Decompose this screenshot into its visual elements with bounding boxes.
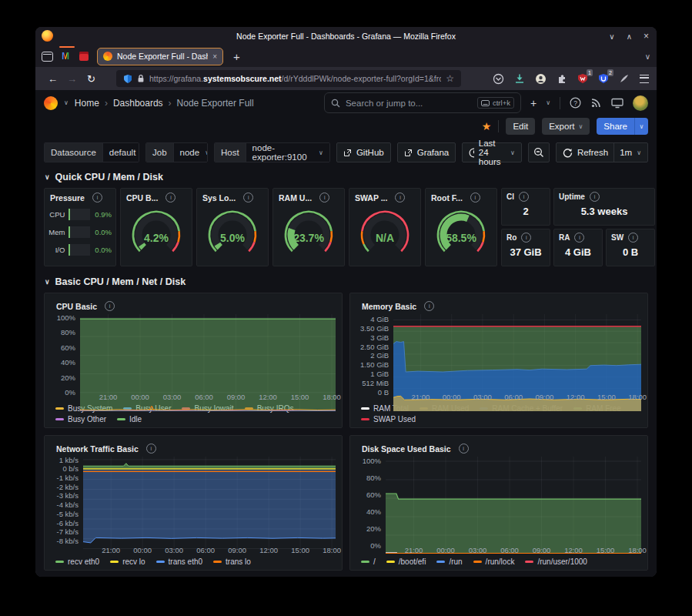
reload-button[interactable]: ↻ — [82, 73, 101, 85]
info-icon[interactable]: i — [105, 301, 115, 311]
tab-close-icon[interactable]: × — [212, 52, 217, 61]
extension-blue-icon[interactable]: 2 — [598, 73, 609, 84]
section-quick-cpu[interactable]: ∨ Quick CPU / Mem / Disk — [35, 166, 657, 186]
panel-title[interactable]: Disk Space Used Basic — [362, 444, 451, 454]
plot-area[interactable] — [393, 314, 641, 392]
monitor-icon[interactable] — [611, 98, 623, 109]
variable-host[interactable]: Host node-exporter:9100∨ — [214, 142, 330, 162]
pocket-icon[interactable] — [493, 73, 504, 85]
lock-icon[interactable] — [137, 74, 145, 83]
gauge-arc — [200, 206, 265, 256]
legend-item[interactable]: trans eth0 — [156, 557, 202, 566]
back-button[interactable]: ← — [43, 73, 62, 85]
legend-item[interactable]: / — [361, 557, 376, 566]
close-button[interactable]: × — [644, 31, 649, 42]
pinned-tab-2[interactable] — [78, 45, 90, 67]
legend-item[interactable]: recv eth0 — [55, 557, 99, 566]
variable-datasource[interactable]: Datasource default∨ — [44, 142, 139, 162]
share-button[interactable]: Share ∨ — [597, 118, 648, 135]
favorite-star-icon[interactable]: ★ — [482, 120, 492, 132]
legend-item[interactable]: /run — [436, 557, 462, 566]
extensions-puzzle-icon[interactable] — [557, 73, 567, 84]
time-range-picker[interactable]: Last 24 hours∨ — [462, 142, 522, 162]
panel-title[interactable]: SWAP ... — [355, 193, 387, 203]
menu-hamburger-icon[interactable] — [640, 75, 649, 83]
panel-title[interactable]: Sys Lo... — [202, 193, 236, 203]
legend-item[interactable]: Idle — [117, 415, 142, 424]
plot-area[interactable] — [83, 457, 336, 545]
chevron-down-icon[interactable]: ∨ — [546, 99, 550, 106]
legend-item[interactable]: SWAP Used — [361, 415, 416, 424]
panel-title[interactable]: RAM U... — [279, 193, 312, 203]
legend-item[interactable]: Busy Other — [55, 415, 106, 424]
edit-button[interactable]: Edit — [506, 118, 535, 135]
grafana-logo-icon[interactable] — [44, 96, 58, 110]
info-icon[interactable]: i — [243, 192, 253, 203]
minimize-button[interactable]: ∨ — [609, 32, 614, 41]
refresh-button[interactable]: Refresh1m∨ — [556, 142, 648, 162]
info-icon[interactable]: i — [319, 192, 329, 203]
bookmark-star-icon[interactable]: ☆ — [446, 73, 454, 84]
legend-item[interactable]: trans lo — [213, 557, 251, 566]
plot-area[interactable] — [386, 457, 641, 545]
search-input[interactable]: Search or jump to... ctrl+k — [324, 92, 521, 113]
panel-title[interactable]: Pressure — [50, 193, 85, 203]
chevron-down-icon[interactable]: ∨ — [64, 99, 69, 106]
info-icon[interactable]: i — [459, 444, 469, 454]
y-tick-label: -6 kb/s — [56, 518, 79, 527]
legend-item[interactable]: /boot/efi — [386, 557, 426, 566]
download-icon[interactable] — [514, 73, 525, 84]
plot-area[interactable] — [80, 314, 336, 392]
list-all-tabs-icon[interactable]: ∨ — [645, 52, 650, 61]
info-icon[interactable]: i — [574, 233, 584, 243]
x-tick-label: 18:00 — [323, 393, 341, 401]
quill-extension-icon[interactable] — [619, 73, 630, 84]
titlebar[interactable]: Node Exporter Full - Dashboards - Grafan… — [35, 27, 657, 45]
info-icon[interactable]: i — [521, 233, 531, 243]
variable-job[interactable]: Job node∨ — [145, 142, 208, 162]
info-icon[interactable]: i — [519, 192, 529, 202]
breadcrumb-home[interactable]: Home — [75, 98, 99, 109]
legend-item[interactable]: /run/lock — [473, 557, 515, 566]
panel-title[interactable]: Memory Basic — [362, 302, 416, 311]
legend-swatch — [55, 418, 64, 420]
info-icon[interactable]: i — [590, 192, 600, 202]
active-tab[interactable]: Node Exporter Full - Dashbo × — [97, 48, 223, 65]
panel-title[interactable]: Network Traffic Basic — [56, 444, 139, 454]
extension-red-icon[interactable]: 1 — [577, 73, 588, 84]
panel-title[interactable]: CPU B... — [126, 193, 158, 203]
news-rss-icon[interactable] — [590, 97, 602, 109]
user-avatar[interactable] — [633, 95, 648, 111]
url-text[interactable]: https://grafana.systemsobscure.net/d/rYd… — [149, 74, 441, 83]
export-button[interactable]: Export∨ — [542, 118, 590, 135]
info-icon[interactable]: i — [165, 192, 176, 203]
info-icon[interactable]: i — [470, 192, 480, 203]
info-icon[interactable]: i — [628, 233, 638, 243]
add-button[interactable]: + — [530, 97, 537, 109]
info-icon[interactable]: i — [92, 192, 102, 203]
help-icon[interactable]: ? — [570, 97, 581, 109]
panel-title[interactable]: Root F... — [431, 193, 463, 203]
breadcrumb-dashboards[interactable]: Dashboards — [113, 98, 163, 109]
tracking-shield-icon[interactable] — [123, 74, 132, 84]
new-tab-button[interactable]: + — [233, 50, 240, 63]
grafana-link-button[interactable]: Grafana — [397, 142, 456, 162]
url-bar[interactable]: https://grafana.systemsobscure.net/d/rYd… — [116, 70, 461, 87]
legend-item[interactable]: /run/user/1000 — [525, 557, 587, 566]
maximize-button[interactable]: ∧ — [627, 32, 632, 41]
panel-title[interactable]: CPU Basic — [56, 302, 97, 311]
info-icon[interactable]: i — [395, 192, 405, 203]
info-icon[interactable]: i — [424, 301, 434, 311]
firefox-view-icon[interactable] — [42, 52, 53, 62]
pinned-tab-gmail[interactable]: M — [60, 45, 71, 67]
section-basic[interactable]: ∨ Basic CPU / Mem / Net / Disk — [35, 271, 657, 290]
share-menu-caret[interactable]: ∨ — [634, 118, 648, 135]
y-tick-label: 20% — [61, 373, 75, 381]
github-link-button[interactable]: GitHub — [336, 142, 391, 162]
info-icon[interactable]: i — [146, 444, 156, 454]
refresh-interval[interactable]: 1m — [620, 148, 632, 157]
forward-button[interactable]: → — [62, 73, 82, 85]
legend-item[interactable]: recv lo — [110, 557, 145, 566]
account-icon[interactable] — [535, 73, 547, 85]
zoom-out-button[interactable] — [528, 142, 550, 162]
